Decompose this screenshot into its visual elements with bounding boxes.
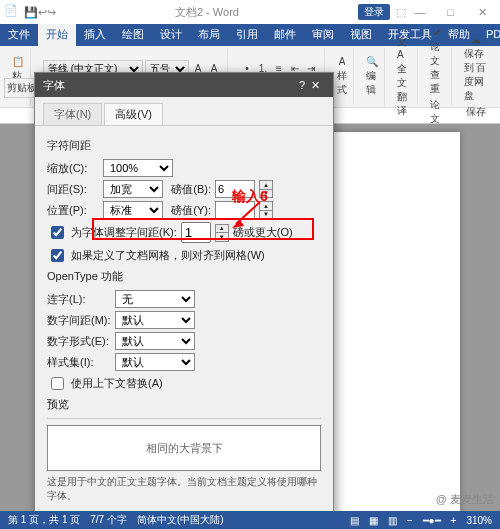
lunwen2-label: 论文 [430, 98, 444, 126]
tab-1[interactable]: 开始 [38, 24, 76, 46]
position-select[interactable]: 标准 [103, 201, 163, 219]
zoom-slider[interactable]: ━●━ [423, 515, 441, 526]
tab-7[interactable]: 邮件 [266, 24, 304, 46]
close-button[interactable]: ✕ [468, 6, 496, 19]
font-dialog: 字体 ? ✕ 字体(N) 高级(V) 字符间距 缩放(C): 100% 间距(S… [34, 72, 334, 529]
maximize-button[interactable]: □ [437, 6, 465, 18]
scale-select[interactable]: 100% [103, 159, 173, 177]
numspacing-select[interactable]: 默认 [115, 311, 195, 329]
lunwen-label: 论文 查重 [430, 40, 444, 96]
snapgrid-label: 如果定义了文档网格，则对齐到网格(W) [71, 248, 265, 263]
contextalt-checkbox[interactable] [51, 377, 64, 390]
tab-5[interactable]: 布局 [190, 24, 228, 46]
preview-note: 这是用于中文的正文主题字体。当前文档主题定义将使用哪种字体。 [47, 475, 321, 503]
status-page[interactable]: 第 1 页，共 1 页 [8, 513, 80, 527]
tab-6[interactable]: 引用 [228, 24, 266, 46]
baidu2-label: 保存 [466, 105, 486, 119]
numform-label: 数字形式(E): [47, 334, 111, 349]
view-read-icon[interactable]: ▤ [350, 515, 359, 526]
watermark: @ 麦麦生活 [436, 492, 494, 507]
kerning-checkbox[interactable] [51, 226, 64, 239]
baidu-icon[interactable]: ☁ [471, 34, 481, 45]
qat-save-icon[interactable]: 💾 [24, 6, 38, 19]
section-preview-label: 预览 [47, 397, 321, 412]
tab-4[interactable]: 设计 [152, 24, 190, 46]
spacing-select[interactable]: 加宽 [103, 180, 163, 198]
tab-3[interactable]: 绘图 [114, 24, 152, 46]
minimize-button[interactable]: — [406, 6, 434, 18]
contextalt-label: 使用上下文替换(A) [71, 376, 163, 391]
status-lang[interactable]: 简体中文(中国大陆) [137, 513, 224, 527]
view-web-icon[interactable]: ▥ [388, 515, 397, 526]
window-title: 文档2 - Word [56, 5, 358, 20]
view-print-icon[interactable]: ▦ [369, 515, 378, 526]
styleset-label: 样式集(I): [47, 355, 111, 370]
styles-label: 样式 [337, 69, 347, 97]
by1-input[interactable] [215, 180, 255, 198]
qat-redo-icon[interactable]: ↪ [47, 6, 56, 19]
position-label: 位置(P): [47, 203, 99, 218]
word-icon: 📄 [4, 4, 20, 20]
styleset-select[interactable]: 默认 [115, 353, 195, 371]
snapgrid-checkbox[interactable] [51, 249, 64, 262]
section-spacing-label: 字符间距 [47, 138, 321, 153]
kerning-unit: 磅或更大(O) [233, 225, 293, 240]
scale-label: 缩放(C): [47, 161, 99, 176]
tab-0[interactable]: 文件 [0, 24, 38, 46]
ribbon-tabs: 文件开始插入绘图设计布局引用邮件审阅视图开发工具帮助PDF工具集百度网盘◯ 告诉… [0, 24, 500, 46]
paste-icon[interactable]: 📋 [12, 56, 24, 67]
ligatures-label: 连字(L): [47, 292, 111, 307]
preview-box: 相同的大背景下 [47, 425, 321, 471]
find-icon[interactable]: 🔍 [366, 56, 378, 67]
status-words[interactable]: 7/7 个字 [90, 513, 127, 527]
tab-12[interactable]: PDF工具集 [478, 24, 500, 46]
by1-spinner[interactable]: ▲▼ [259, 180, 273, 198]
tab-8[interactable]: 审阅 [304, 24, 342, 46]
tab-font[interactable]: 字体(N) [43, 103, 102, 125]
by1-label: 磅值(B): [167, 182, 211, 197]
translate-label: 全文 翻译 [397, 62, 411, 118]
section-ot-label: OpenType 功能 [47, 269, 321, 284]
lunwen-icon[interactable]: ✔ [433, 27, 441, 38]
kerning-spinner[interactable]: ▲▼ [215, 224, 229, 242]
by2-spinner[interactable]: ▲▼ [259, 201, 273, 219]
edit-label: 编辑 [366, 69, 378, 97]
tab-2[interactable]: 插入 [76, 24, 114, 46]
by2-label: 磅值(Y): [167, 203, 211, 218]
zoom-in-icon[interactable]: + [451, 515, 457, 526]
qat-undo-icon[interactable]: ↩ [38, 6, 47, 19]
dialog-title: 字体 [43, 78, 65, 93]
kerning-input[interactable] [181, 222, 211, 243]
translate-icon[interactable]: 文A [397, 35, 411, 60]
numform-select[interactable]: 默认 [115, 332, 195, 350]
spacing-label: 间距(S): [47, 182, 99, 197]
numspacing-label: 数字间距(M): [47, 313, 111, 328]
ribbon-options-icon[interactable]: ⬚ [396, 6, 406, 19]
styles-icon[interactable]: A [339, 56, 346, 67]
tab-advanced[interactable]: 高级(V) [104, 103, 163, 125]
dialog-close-icon[interactable]: ✕ [305, 79, 325, 92]
kerning-label: 为字体调整字间距(K): [71, 225, 177, 240]
login-badge[interactable]: 登录 [358, 4, 390, 20]
zoom-out-icon[interactable]: − [407, 515, 413, 526]
tab-9[interactable]: 视图 [342, 24, 380, 46]
status-zoom[interactable]: 310% [466, 515, 492, 526]
ligatures-select[interactable]: 无 [115, 290, 195, 308]
by2-input[interactable] [215, 201, 255, 219]
status-bar: 第 1 页，共 1 页 7/7 个字 简体中文(中国大陆) ▤ ▦ ▥ − ━●… [0, 511, 500, 529]
baidu-label: 保存到 百度网盘 [464, 47, 488, 103]
